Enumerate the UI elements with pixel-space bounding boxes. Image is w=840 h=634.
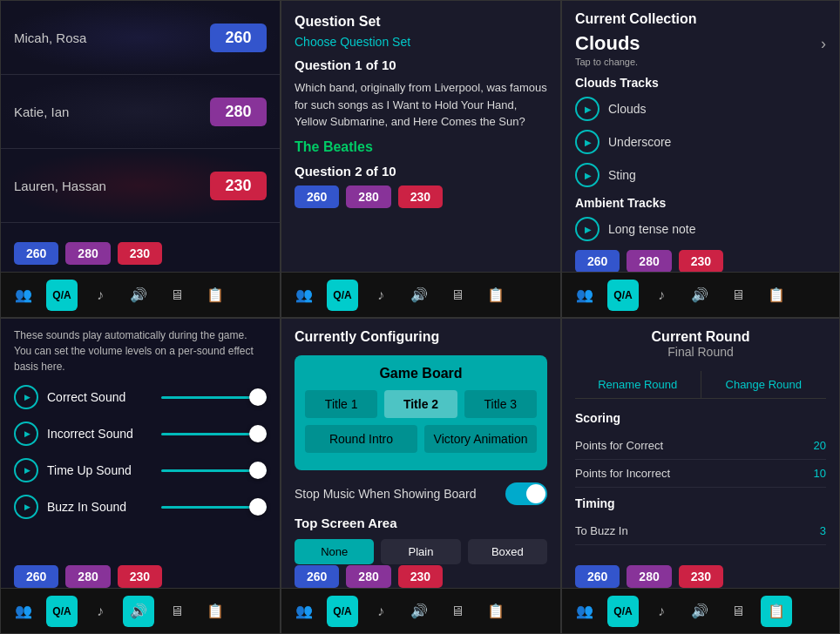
rename-round-button[interactable]: Rename Round [575, 371, 701, 399]
nav-sound-icon-5[interactable]: 🔊 [403, 596, 435, 627]
change-round-button[interactable]: Change Round [701, 371, 827, 399]
correct-sound-slider[interactable] [161, 396, 267, 399]
board-round-intro[interactable]: Round Intro [305, 425, 417, 453]
screen-option-plain[interactable]: Plain [381, 539, 460, 564]
correct-sound-thumb[interactable] [249, 388, 267, 406]
game-board: Game Board Title 1 Title 2 Title 3 Round… [295, 355, 547, 470]
nav-list-icon-4[interactable]: 📋 [200, 596, 231, 627]
nav-teams-icon-6[interactable]: 👥 [569, 596, 600, 627]
nav-music-icon-6[interactable]: ♪ [646, 596, 677, 627]
nav-music-icon-5[interactable]: ♪ [365, 596, 396, 627]
sound-row-incorrect: Incorrect Sound [14, 422, 267, 446]
nav-display-icon-6[interactable]: 🖥 [722, 596, 754, 627]
team-score-1: 260 [210, 24, 267, 52]
answer-1-text: The Beatles [295, 139, 547, 155]
nav-display-icon-1[interactable]: 🖥 [161, 280, 193, 311]
nav-qa-icon-4[interactable]: Q/A [46, 596, 78, 627]
buzzin-sound-thumb[interactable] [249, 498, 267, 516]
round-name: Final Round [575, 345, 826, 359]
game-board-title: Game Board [305, 366, 537, 381]
nav-qa-icon-3[interactable]: Q/A [607, 280, 639, 311]
nav-music-icon-3[interactable]: ♪ [646, 280, 677, 311]
play-incorrect-button[interactable] [14, 422, 38, 446]
cfg-score-purple: 280 [346, 565, 390, 588]
play-ambient-1-button[interactable] [575, 217, 600, 241]
nav-list-icon-5[interactable]: 📋 [480, 596, 511, 627]
question-2-num: Question 2 of 10 [295, 164, 547, 179]
collection-scores-row: 260 280 230 [575, 250, 826, 273]
choose-question-set-link[interactable]: Choose Question Set [295, 35, 547, 49]
nav-teams-icon-4[interactable]: 👥 [8, 596, 39, 627]
nav-teams-icon-3[interactable]: 👥 [569, 280, 600, 311]
nav-list-icon-6[interactable]: 📋 [761, 596, 792, 627]
nav-qa-icon-1[interactable]: Q/A [46, 280, 78, 311]
teams-panel: Micah, Rosa 260 Katie, Ian 280 Lauren, H… [0, 0, 281, 318]
play-buzzin-button[interactable] [14, 495, 38, 519]
nav-sound-icon-2[interactable]: 🔊 [403, 280, 435, 311]
nav-display-icon-5[interactable]: 🖥 [442, 596, 473, 627]
score-chip-blue: 260 [14, 242, 58, 265]
nav-sound-icon-1[interactable]: 🔊 [123, 280, 154, 311]
top-screen-options: None Plain Boxed [295, 539, 547, 564]
sounds-description: These sounds play automatically during t… [14, 327, 267, 374]
timeup-sound-slider[interactable] [161, 469, 267, 472]
nav-qa-icon-2[interactable]: Q/A [327, 280, 358, 311]
team-row-2: Katie, Ian 280 [1, 75, 280, 149]
board-title-1[interactable]: Title 1 [305, 390, 377, 418]
nav-music-icon-4[interactable]: ♪ [85, 596, 116, 627]
clouds-tracks-title: Clouds Tracks [575, 76, 826, 90]
nav-sound-icon-6[interactable]: 🔊 [684, 596, 715, 627]
play-timeup-button[interactable] [14, 458, 38, 482]
score-chip-purple: 280 [65, 242, 110, 265]
nav-music-icon-2[interactable]: ♪ [365, 280, 396, 311]
nav-qa-icon-5[interactable]: Q/A [327, 596, 358, 627]
nav-display-icon-2[interactable]: 🖥 [442, 280, 473, 311]
points-correct-value: 20 [814, 439, 826, 452]
play-correct-button[interactable] [14, 385, 38, 409]
incorrect-sound-slider[interactable] [161, 433, 267, 435]
score-chip-red: 230 [118, 242, 162, 265]
nav-qa-icon-6[interactable]: Q/A [607, 596, 639, 627]
nav-music-icon-1[interactable]: ♪ [85, 280, 116, 311]
round-scores-row: 260 280 230 [575, 565, 826, 588]
cfg-score-blue: 260 [295, 565, 339, 588]
team-name-3: Lauren, Hassan [14, 179, 106, 193]
board-title-3[interactable]: Title 3 [464, 390, 537, 418]
buzzin-sound-slider[interactable] [161, 506, 267, 509]
col-score-blue: 260 [575, 250, 620, 273]
play-clouds-button[interactable] [575, 97, 600, 121]
ambient-item-1: Long tense note [575, 217, 826, 241]
points-incorrect-label: Points for Incorrect [575, 467, 670, 480]
nav-list-icon-1[interactable]: 📋 [200, 280, 231, 311]
nav-teams-icon-1[interactable]: 👥 [8, 280, 39, 311]
nav-display-icon-4[interactable]: 🖥 [161, 596, 193, 627]
nav-list-icon-3[interactable]: 📋 [761, 280, 792, 311]
timeup-sound-thumb[interactable] [249, 462, 267, 479]
stop-music-label: Stop Music When Showing Board [295, 487, 477, 501]
play-underscore-button[interactable] [575, 130, 600, 154]
board-title-2[interactable]: Title 2 [384, 390, 457, 418]
nav-sound-icon-4[interactable]: 🔊 [123, 596, 154, 627]
points-correct-label: Points for Correct [575, 439, 663, 452]
screen-option-none[interactable]: None [295, 539, 374, 564]
nav-sound-icon-3[interactable]: 🔊 [684, 280, 715, 311]
ambient-name-1: Long tense note [608, 222, 695, 236]
nav-list-icon-2[interactable]: 📋 [480, 280, 511, 311]
incorrect-sound-label: Incorrect Sound [47, 427, 152, 441]
stop-music-toggle[interactable] [505, 482, 547, 505]
screen-option-boxed[interactable]: Boxed [468, 539, 547, 564]
nav-teams-icon-5[interactable]: 👥 [288, 596, 320, 627]
play-sting-button[interactable] [575, 163, 600, 187]
snd-score-purple: 280 [65, 565, 110, 588]
timeup-sound-label: Time Up Sound [47, 463, 152, 477]
incorrect-sound-thumb[interactable] [249, 425, 267, 442]
question-set-title: Question Set [295, 14, 547, 30]
buzz-in-value: 3 [820, 524, 826, 537]
nav-display-icon-3[interactable]: 🖥 [722, 280, 754, 311]
chevron-right-icon[interactable]: › [821, 35, 826, 53]
top-screen-area-title: Top Screen Area [295, 516, 547, 530]
nav-bar-2: 👥 Q/A ♪ 🔊 🖥 📋 [281, 272, 560, 317]
nav-teams-icon-2[interactable]: 👥 [288, 280, 320, 311]
board-victory-animation[interactable]: Victory Animation [424, 425, 537, 453]
q2-score-purple: 280 [346, 185, 390, 208]
